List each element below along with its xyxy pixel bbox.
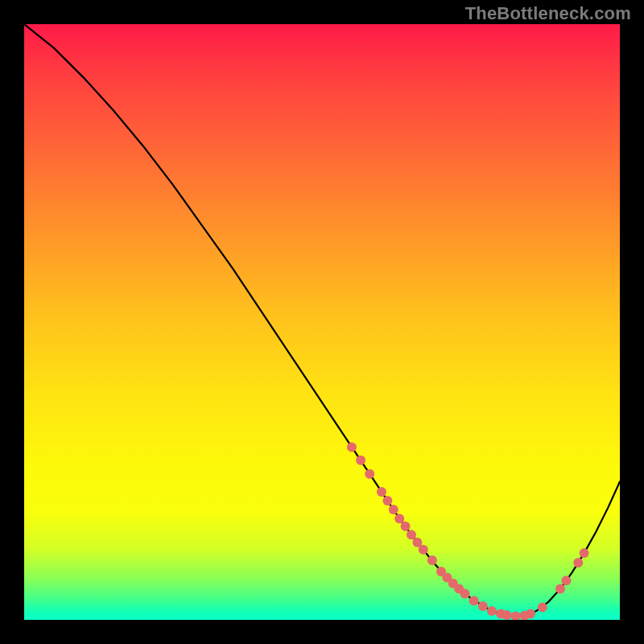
curve-marker <box>407 530 416 539</box>
curve-marker <box>382 496 392 506</box>
curve-marker <box>356 456 365 465</box>
curve-marker <box>561 576 571 585</box>
curve-marker <box>573 558 583 568</box>
curve-marker <box>377 487 386 497</box>
curve-marker <box>394 514 404 523</box>
curve-marker <box>487 606 497 616</box>
curve-marker <box>502 610 511 620</box>
curve-marker <box>347 442 357 452</box>
curve-marker <box>511 612 521 620</box>
curve-marker <box>580 548 589 558</box>
curve-marker <box>478 601 488 611</box>
plot-area <box>24 24 620 620</box>
chart-container: TheBottleneck.com <box>0 0 644 644</box>
curve-layer <box>24 24 620 620</box>
curve-marker <box>555 584 565 594</box>
curve-marker <box>469 596 479 605</box>
curve-markers <box>347 442 589 620</box>
curve-marker <box>419 545 428 555</box>
curve-marker <box>538 602 547 612</box>
curve-marker <box>526 609 535 619</box>
bottleneck-curve <box>24 24 620 617</box>
curve-marker <box>401 522 411 531</box>
curve-marker <box>365 469 374 479</box>
curve-marker <box>427 555 437 565</box>
curve-marker <box>389 505 398 514</box>
attribution-label: TheBottleneck.com <box>465 3 631 24</box>
curve-marker <box>460 588 470 598</box>
